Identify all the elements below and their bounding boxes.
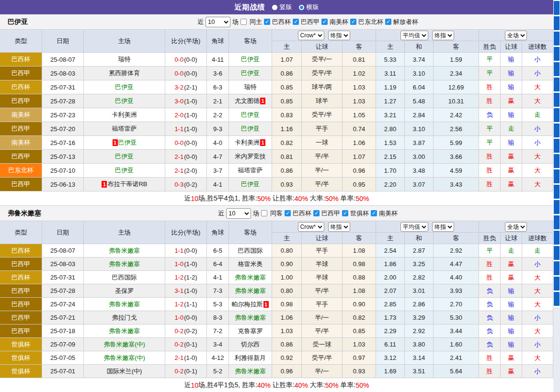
match-row: 巴西甲25-08-03弗鲁米嫩塞1-0(1-0)6-4格雷米奥0.90半球0.9… [0,258,553,271]
match-date: 25-07-28 [42,94,84,108]
team-label: 巴伊亚 [241,111,260,119]
corner-score: 6-3 [207,80,229,94]
rail-block [554,1,560,15]
league-checkbox[interactable]: ✓ [321,19,328,25]
rail-block [554,108,560,122]
league-checkbox[interactable]: ✓ [313,210,320,216]
odds-away: 0.95 [343,178,376,191]
team-label: 布拉干蒂诺RB [107,180,147,189]
fulltime-score: 2-0 [174,112,183,119]
avg-away-odds: 2.34 [434,67,479,80]
avg-draw-odds: 2.84 [405,108,434,122]
corner-score: 7-2 [207,325,229,338]
rail-block [554,200,560,214]
match-date: 25-07-16 [42,136,84,150]
league-checkbox[interactable]: ✓ [385,19,391,25]
radio-unselected-icon [299,5,304,10]
team-table: 弗鲁米嫩塞近10场同客✓巴西杯✓巴西甲✓世俱杯✓南美杯类型日期主场比分(半场)角… [0,206,553,392]
result-goals: 大 [522,178,553,191]
final-odds-select[interactable]: 终指 [328,31,350,40]
summary-segment: 近 [184,194,191,203]
fulltime-score: 1-0 [174,314,183,321]
league-checkbox[interactable]: ✓ [264,19,270,25]
odds-away: 0.74 [343,122,376,136]
halftime-score: (0-0) [184,314,197,321]
league-checkbox[interactable]: ✓ [371,210,377,216]
corner-score: 2-2 [207,108,229,122]
odds-group-average: 平均值终指 [376,221,479,233]
fulltime-score: 2-1 [174,167,183,174]
rail-block [554,47,560,61]
avg-draw-odds: 3.14 [405,351,434,365]
recent-count-select[interactable]: 10 [226,208,251,219]
result-handicap: 输 [501,136,522,150]
recent-label: 近 [218,209,224,218]
odds-home: 0.92 [272,351,302,365]
avg-draw-odds: 5.48 [405,94,434,108]
result-outcome: 平 [479,67,501,80]
rail-block [554,123,560,137]
final-odds-select-2[interactable]: 终指 [432,222,454,232]
away-team: 巴伊亚 [229,178,272,191]
summary-segment: 让胜率: [271,381,295,390]
handicap-line: 一球 [302,136,343,150]
home-team: 巴西国际 [84,271,165,284]
match-score: 0-0(0-0) [165,53,207,67]
league-checkbox[interactable]: ✓ [342,210,348,216]
average-select[interactable]: 平均值 [400,31,428,40]
bookmaker-select[interactable]: Crow* [298,31,324,40]
final-odds-select[interactable]: 终指 [328,222,350,232]
league-label: 南美杯 [379,209,398,218]
away-team: 弗鲁米嫩塞 [229,284,272,298]
odds-group-bookmaker: Crow*终指 [272,30,376,41]
corner-score: 5-3 [207,298,229,311]
final-odds-select-2[interactable]: 终指 [432,31,454,40]
home-team: 弗鲁米嫩塞 [84,298,165,311]
result-handicap: 输 [501,298,522,311]
handicap-line: 球半/两 [302,80,343,94]
summary-segment: 大率: [308,381,325,390]
scope-select[interactable]: 全场 [505,31,527,40]
avg-home-odds: 3.11 [376,67,405,80]
radio-vertical[interactable]: 竖版 [272,3,292,11]
match-date: 25-07-20 [42,122,84,136]
handicap-line: 平/半 [302,178,343,191]
recent-count-select[interactable]: 10 [206,17,230,27]
same-venue-checkbox[interactable] [261,210,267,216]
league-checkbox[interactable]: ✓ [285,210,291,216]
team-label: 弗鲁米嫩塞 [235,367,266,376]
league-checkbox[interactable]: ✓ [350,19,356,25]
match-type: 南美杯 [0,136,42,150]
match-row: 世俱杯25-07-01国际米兰(中)0-2(0-1)5-2弗鲁米嫩塞0.96半/… [0,365,553,378]
halftime-score: (0-0) [184,247,197,254]
avg-away-odds: 3.66 [434,150,479,164]
column-header-score: 比分(半场) [165,30,207,53]
odds-away: 1.05 [343,108,376,122]
result-handicap: 输 [501,311,522,325]
match-date: 25-07-31 [42,80,84,94]
home-team: 瑞特 [84,53,165,67]
avg-draw-odds: 3.74 [405,53,434,67]
result-goals: 大 [522,325,553,338]
average-select[interactable]: 平均值 [400,222,428,232]
result-outcome: 平 [479,53,501,67]
scope-select[interactable]: 全场 [505,222,527,232]
avg-home-odds: 1.19 [376,80,405,94]
result-outcome: 负 [479,311,501,325]
same-venue-checkbox[interactable] [240,19,247,25]
rail-block [554,154,560,168]
match-type: 巴西甲 [0,298,42,311]
home-team: 巴伊亚 [84,150,165,164]
odds-home: 0.85 [272,80,302,94]
result-goals: 小 [522,67,553,80]
league-checkbox[interactable]: ✓ [293,19,299,25]
match-date: 25-07-01 [42,365,84,378]
result-outcome: 负 [479,284,501,298]
odds-home: 0.83 [272,108,302,122]
radio-horizontal[interactable]: 横版 [299,3,319,11]
corner-score: 4-1 [207,178,229,191]
bookmaker-select[interactable]: Crow* [298,222,324,232]
odds-away: 1.03 [343,338,376,351]
odds-home: 1.00 [272,271,302,284]
sub-header: 让球 [501,233,522,244]
